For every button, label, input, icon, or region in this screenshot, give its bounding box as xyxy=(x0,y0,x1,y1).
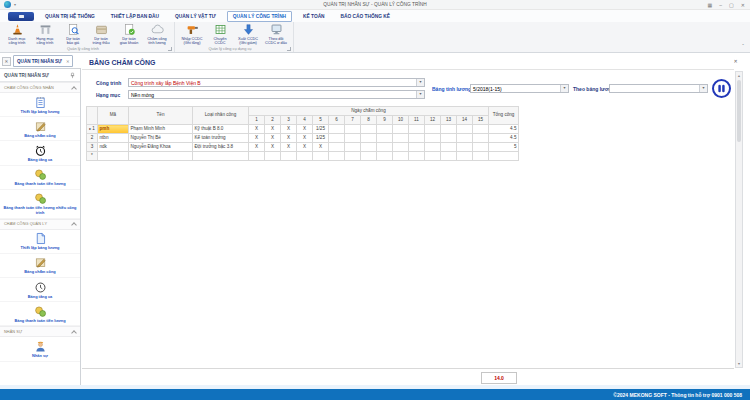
cell-day[interactable] xyxy=(473,143,489,152)
cell-day[interactable] xyxy=(457,125,473,134)
dock-tab-quan-tri-nhan-su[interactable]: QUẢN TRỊ NHÂN SỰ ✕ xyxy=(13,55,73,67)
cell-day[interactable]: X xyxy=(297,134,313,143)
cell-day[interactable]: X xyxy=(249,143,265,152)
cell-day[interactable] xyxy=(361,152,377,161)
cell-day[interactable] xyxy=(473,134,489,143)
cell-day[interactable] xyxy=(377,152,393,161)
sidebar-item[interactable]: Bảng thanh toán tiền lương xyxy=(0,166,80,190)
cell-ma[interactable]: pmh xyxy=(98,125,129,134)
cell-ten[interactable]: Nguyễn Thị Bé xyxy=(129,134,193,143)
cell-day[interactable]: X xyxy=(281,143,297,152)
cell-day[interactable]: 1/25 xyxy=(313,125,329,134)
cell-day[interactable] xyxy=(345,152,361,161)
ribbon-tab[interactable]: QUẢN LÝ VẬT TƯ xyxy=(170,12,221,21)
dialog-launcher-icon[interactable] xyxy=(168,47,172,51)
ribbon-button[interactable]: Chuyển CCDC xyxy=(206,23,234,45)
cell-day[interactable] xyxy=(345,134,361,143)
cell-day[interactable]: X xyxy=(265,143,281,152)
chevron-down-icon[interactable]: ▼ xyxy=(560,85,568,92)
cell-day[interactable] xyxy=(473,125,489,134)
sidebar-section-header[interactable]: CHẤM CÔNG QUẢN LÝ xyxy=(0,219,80,230)
ribbon-tab[interactable]: QUẢN TRỊ HỆ THỐNG xyxy=(40,12,100,21)
sidebar-item[interactable]: Bảng chấm công xyxy=(0,117,80,141)
theo-bang-luong-combo[interactable]: ▼ xyxy=(609,84,708,93)
bang-tinh-luong-combo[interactable]: 5/2018(1-15) ▼ xyxy=(470,84,569,93)
cell-day[interactable]: X xyxy=(281,125,297,134)
collapse-chevron-icon[interactable] xyxy=(71,330,77,336)
cell-day[interactable]: X xyxy=(281,134,297,143)
cell-day[interactable] xyxy=(393,152,409,161)
cell-day[interactable]: X xyxy=(297,125,313,134)
cell-loai[interactable]: Kỹ thuật B 8.0 xyxy=(193,125,249,134)
scroll-down-icon[interactable]: ▼ xyxy=(736,360,742,367)
ribbon-collapse-chevron-icon[interactable]: ˆ xyxy=(742,43,744,49)
column-header-ten[interactable]: Tên xyxy=(129,107,193,125)
hang-muc-combo[interactable]: Nền móng ▼ xyxy=(128,90,425,99)
column-header-tong-cong[interactable]: Tổng công xyxy=(489,107,519,125)
ribbon-button[interactable]: Dự toán trúng thầu xyxy=(87,23,115,45)
sidebar-section-header[interactable]: CHẤM CÔNG CÔNG NHÂN xyxy=(0,82,80,93)
cell-day[interactable] xyxy=(377,143,393,152)
ribbon-button[interactable]: Xuất CCDC (Ghi giảm) xyxy=(234,23,262,45)
dialog-launcher-icon[interactable] xyxy=(287,47,291,51)
collapse-chevron-icon[interactable] xyxy=(71,86,77,92)
ribbon-button[interactable]: Danh mục công trình xyxy=(3,23,31,45)
cell-day[interactable] xyxy=(281,152,297,161)
ribbon-button[interactable]: Dự toán giao khoán xyxy=(115,23,143,45)
sidebar-item[interactable]: Nhân sự xyxy=(0,337,80,361)
cell-day[interactable] xyxy=(457,152,473,161)
cell-day[interactable] xyxy=(425,134,441,143)
column-header-loai[interactable]: Loại nhân công xyxy=(193,107,249,125)
cell-day[interactable] xyxy=(457,143,473,152)
cell-day[interactable] xyxy=(409,134,425,143)
layout-button[interactable]: ▦ xyxy=(708,3,713,8)
sidebar-item[interactable]: Bảng thanh toán tiền lương xyxy=(0,302,80,326)
cell-day[interactable] xyxy=(361,125,377,134)
cell-loai[interactable] xyxy=(193,152,249,161)
cell-day[interactable] xyxy=(313,152,329,161)
cell-day[interactable]: X xyxy=(265,134,281,143)
cell-day[interactable]: X xyxy=(249,125,265,134)
cell-day[interactable] xyxy=(297,152,313,161)
cell-day[interactable] xyxy=(393,143,409,152)
minimize-button[interactable]: – xyxy=(719,3,722,8)
cell-ten[interactable] xyxy=(129,152,193,161)
column-header-ma[interactable]: Mã xyxy=(98,107,129,125)
cell-day[interactable] xyxy=(265,152,281,161)
cell-ma[interactable]: ndk xyxy=(98,143,129,152)
cell-loai[interactable]: Đội trưởng bậc 3.8 xyxy=(193,143,249,152)
sidebar-item[interactable]: Thiết lập bảng lương xyxy=(0,230,80,254)
cell-day[interactable] xyxy=(393,125,409,134)
dock-tab-close-icon[interactable]: ✕ xyxy=(66,59,70,64)
cell-day[interactable] xyxy=(393,134,409,143)
app-menu-button[interactable] xyxy=(8,12,34,21)
sidebar-section-header[interactable]: NHÂN SỰ xyxy=(0,326,80,337)
ribbon-tab[interactable]: THIẾT LẬP BAN ĐẦU xyxy=(106,12,164,21)
cell-day[interactable] xyxy=(345,143,361,152)
ribbon-button[interactable]: Nhập CCDC (Ghi tăng) xyxy=(178,23,206,45)
cell-day[interactable] xyxy=(329,152,345,161)
cell-day[interactable] xyxy=(441,143,457,152)
panel-close-icon[interactable]: ✕ xyxy=(2,57,11,66)
sidebar-item[interactable]: Thiết lập bảng lương xyxy=(0,93,80,117)
cell-day[interactable] xyxy=(409,143,425,152)
cell-ma[interactable] xyxy=(98,152,129,161)
cell-day[interactable] xyxy=(377,125,393,134)
cell-day[interactable] xyxy=(329,134,345,143)
cell-day[interactable] xyxy=(329,143,345,152)
cell-day[interactable] xyxy=(409,152,425,161)
cell-day[interactable] xyxy=(425,125,441,134)
cell-day[interactable] xyxy=(329,125,345,134)
scroll-up-icon[interactable]: ▲ xyxy=(736,72,742,79)
vertical-scrollbar[interactable]: ▲ ▼ xyxy=(735,71,743,368)
ribbon-tab[interactable]: KẾ TOÁN xyxy=(298,12,330,21)
ribbon-button[interactable]: Dự toán báo giá xyxy=(59,23,87,45)
cell-ten[interactable]: Nguyễn Đăng Khoa xyxy=(129,143,193,152)
ribbon-button[interactable]: Hạng mục công trình xyxy=(31,23,59,45)
sidebar-item[interactable]: Bảng tăng ca xyxy=(0,278,80,302)
maximize-button[interactable]: ▢ xyxy=(729,3,734,8)
close-button[interactable]: ✕ xyxy=(741,3,745,8)
cell-day[interactable] xyxy=(409,125,425,134)
chevron-down-icon[interactable]: ▼ xyxy=(416,79,424,86)
cell-day[interactable] xyxy=(473,152,489,161)
